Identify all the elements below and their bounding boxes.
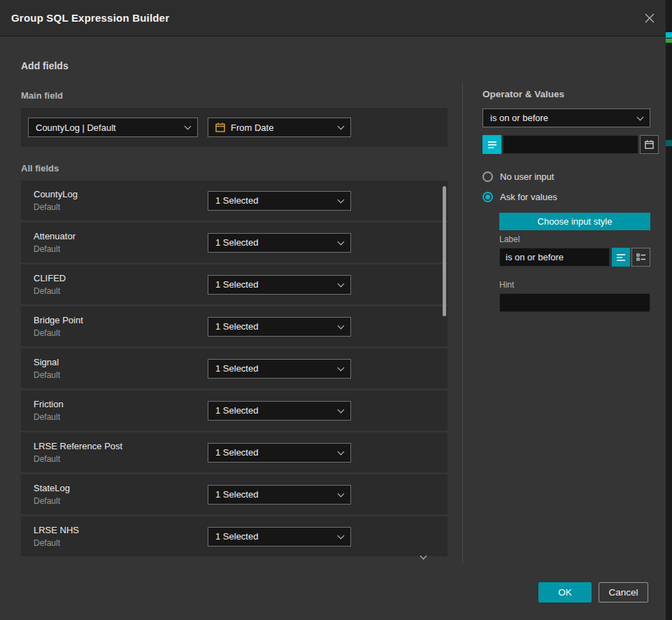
calendar-icon <box>215 122 225 132</box>
field-name: LRSE Reference Post <box>34 441 208 451</box>
chevron-down-icon <box>338 123 345 130</box>
field-name: StateLog <box>34 483 208 493</box>
dialog-header: Group SQL Expression Builder <box>0 0 666 36</box>
edge-fragment <box>666 32 672 38</box>
all-fields-list: CountyLog Default 1 Selected Attenuator … <box>21 181 448 558</box>
main-field-dropdown[interactable]: From Date <box>208 118 351 137</box>
main-field-panel: CountyLog | Default From Date <box>21 108 448 147</box>
label-input[interactable] <box>499 248 610 267</box>
chevron-down-icon <box>338 280 345 287</box>
chevron-down-icon <box>338 448 345 455</box>
field-sublabel: Default <box>34 244 208 254</box>
operator-values-heading: Operator & Values <box>482 89 564 99</box>
field-row: CountyLog Default 1 Selected <box>21 181 448 220</box>
chevron-down-icon <box>338 490 345 497</box>
page-edge-strip <box>666 0 672 620</box>
field-sublabel: Default <box>34 328 208 338</box>
field-values-dropdown[interactable]: 1 Selected <box>208 401 351 421</box>
dialog-title: Group SQL Expression Builder <box>0 12 169 24</box>
field-name: CLIFED <box>34 273 208 283</box>
radio-ask-for-values[interactable]: Ask for values <box>482 192 557 202</box>
hint-caption: Hint <box>499 280 514 290</box>
operator-dropdown[interactable]: is on or before <box>482 108 650 127</box>
date-value-input[interactable] <box>503 135 638 154</box>
field-values-dropdown[interactable]: 1 Selected <box>208 275 351 295</box>
field-sublabel: Default <box>34 496 208 506</box>
dropdown-value: 1 Selected <box>215 447 258 458</box>
choose-input-style-button[interactable]: Choose input style <box>499 213 650 230</box>
field-name: Bridge Point <box>34 315 208 325</box>
field-row: Attenuator Default 1 Selected <box>21 223 448 262</box>
label-caption: Label <box>499 234 520 244</box>
main-field-label: Main field <box>21 90 63 101</box>
list-icon <box>636 253 646 262</box>
chevron-down-icon <box>338 322 345 329</box>
align-left-icon <box>616 253 626 262</box>
list-scrollbar[interactable] <box>443 186 446 316</box>
list-style-button[interactable] <box>631 248 650 267</box>
field-row: StateLog Default 1 Selected <box>21 474 448 514</box>
layer-dropdown[interactable]: CountyLog | Default <box>28 118 198 137</box>
dropdown-value: 1 Selected <box>215 195 258 206</box>
date-input-mode-button[interactable] <box>482 135 501 154</box>
field-row: LRSE NHS Default 1 Selected <box>21 516 448 556</box>
field-sublabel: Default <box>34 454 208 464</box>
field-name: CountyLog <box>34 189 208 199</box>
single-line-style-button[interactable] <box>612 248 630 267</box>
dropdown-value: 1 Selected <box>215 237 258 248</box>
dropdown-value: 1 Selected <box>215 489 258 500</box>
field-values-dropdown[interactable]: 1 Selected <box>208 359 351 379</box>
field-sublabel: Default <box>34 286 208 296</box>
radio-icon <box>482 171 493 182</box>
field-name: LRSE NHS <box>34 525 208 535</box>
field-row: Bridge Point Default 1 Selected <box>21 307 448 346</box>
field-values-dropdown[interactable]: 1 Selected <box>208 191 351 211</box>
close-button[interactable] <box>643 12 656 24</box>
edge-fragment <box>666 140 672 146</box>
dropdown-value: 1 Selected <box>215 279 258 290</box>
column-divider <box>462 83 463 564</box>
calendar-icon <box>645 140 654 149</box>
chevron-down-icon <box>338 238 345 245</box>
chevron-down-icon <box>338 196 345 203</box>
field-name: Attenuator <box>34 231 208 241</box>
field-sublabel: Default <box>34 370 208 380</box>
chevron-down-icon <box>185 123 192 130</box>
field-values-dropdown[interactable]: 1 Selected <box>208 443 351 463</box>
field-row: CLIFED Default 1 Selected <box>21 265 448 304</box>
close-icon <box>644 13 655 24</box>
date-picker-button[interactable] <box>640 135 659 154</box>
radio-label: No user input <box>500 171 554 182</box>
radio-no-user-input[interactable]: No user input <box>482 171 554 182</box>
operator-dropdown-value: is on or before <box>490 113 548 123</box>
value-input-row <box>482 135 650 154</box>
field-values-dropdown[interactable]: 1 Selected <box>208 233 351 253</box>
field-name: Friction <box>34 399 208 409</box>
field-sublabel: Default <box>34 538 208 548</box>
cancel-button[interactable]: Cancel <box>599 582 648 603</box>
field-row: Signal Default 1 Selected <box>21 348 448 388</box>
input-lines-icon <box>487 141 497 149</box>
chevron-down-icon <box>338 532 345 539</box>
label-input-row <box>499 248 650 267</box>
chevron-down-icon <box>338 364 345 371</box>
field-values-dropdown[interactable]: 1 Selected <box>208 485 351 505</box>
scroll-down-icon[interactable] <box>421 556 426 558</box>
field-row: LRSE Reference Post Default 1 Selected <box>21 432 448 472</box>
radio-selected-icon <box>482 192 493 202</box>
hint-input[interactable] <box>499 293 650 312</box>
field-values-dropdown[interactable]: 1 Selected <box>208 527 351 547</box>
ok-button[interactable]: OK <box>538 582 592 603</box>
field-values-dropdown[interactable]: 1 Selected <box>208 317 351 337</box>
radio-label: Ask for values <box>500 192 557 202</box>
add-fields-heading: Add fields <box>21 60 69 71</box>
field-sublabel: Default <box>34 202 208 212</box>
dropdown-value: 1 Selected <box>215 405 258 416</box>
main-field-dropdown-value: From Date <box>231 122 273 133</box>
field-name: Signal <box>34 357 208 367</box>
chevron-down-icon <box>637 113 644 120</box>
edge-fragment <box>666 38 672 43</box>
field-sublabel: Default <box>34 412 208 422</box>
layer-dropdown-value: CountyLog | Default <box>36 122 116 133</box>
group-sql-expression-builder-dialog: Group SQL Expression Builder Add fields … <box>0 0 666 620</box>
